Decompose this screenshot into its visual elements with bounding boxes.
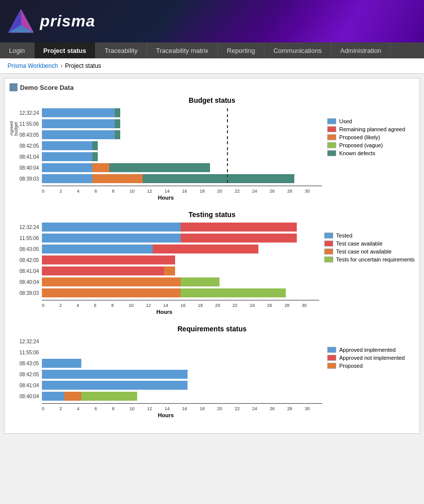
bar-row-label: 08:43:05 <box>9 361 42 366</box>
bar-segment <box>42 174 92 183</box>
logo-container: prisma <box>7 7 95 35</box>
logo-icon <box>7 7 35 35</box>
bar-row: 08:43:05 <box>9 359 322 368</box>
bar-row-label: 08:40:04 <box>9 394 42 399</box>
bar-track <box>42 234 319 243</box>
breadcrumb-root[interactable]: Prisma Workbench <box>7 62 58 69</box>
x-tick-label: 28 <box>287 189 305 194</box>
x-tick-label: 0 <box>42 303 59 308</box>
agreed-budget-line <box>227 163 228 172</box>
legend-label: Proposed (likely) <box>339 134 380 140</box>
bar-segment <box>42 381 188 390</box>
x-tick-label: 6 <box>94 406 112 411</box>
legend-color-box <box>327 355 336 361</box>
x-tick-label: 20 <box>215 303 232 308</box>
x-tick-label: 20 <box>217 189 234 194</box>
nav-login[interactable]: Login <box>0 42 34 58</box>
legend-label: Known defects <box>339 150 375 156</box>
testing-chart: Testing status 12:32:2411:55:0608:43:050… <box>9 211 415 315</box>
x-tick-label: 16 <box>182 189 200 194</box>
requirements-bar-rows: 12:32:2411:55:0608:43:0508:42:0508:41:04… <box>9 337 322 403</box>
bar-track <box>42 255 319 264</box>
x-tick-label: 18 <box>200 406 217 411</box>
bar-track <box>42 245 319 253</box>
x-tick-label: 26 <box>270 406 287 411</box>
bar-track <box>42 359 322 368</box>
x-tick-label: 26 <box>267 303 285 308</box>
nav-traceability-matrix[interactable]: Traceability matrix <box>147 42 218 58</box>
x-tick-label: 12 <box>147 189 165 194</box>
bar-row: 08:42:05 <box>9 370 322 379</box>
nav-traceability[interactable]: Traceability <box>96 42 147 58</box>
legend-item: Proposed <box>327 363 415 369</box>
bar-segment <box>42 163 92 172</box>
requirements-legend: Approved implementedApproved not impleme… <box>322 337 415 369</box>
legend-label: Test case not available <box>336 249 392 254</box>
bar-track <box>42 152 322 161</box>
bar-track <box>42 277 319 286</box>
bar-track <box>42 381 322 390</box>
bar-segment <box>92 141 98 150</box>
budget-chart-area: Agreed budget12:32:2411:55:0608:43:0508:… <box>9 108 415 201</box>
bar-row-label: 11:55:06 <box>9 350 42 355</box>
x-tick-label: 30 <box>302 303 319 308</box>
x-tick-label: 2 <box>59 303 77 308</box>
bar-segment <box>42 255 175 264</box>
legend-color-box <box>327 142 336 148</box>
budget-x-axis: 024681012141618202224262830 <box>42 189 322 194</box>
bar-row: 08:43:05 <box>9 130 322 139</box>
x-tick-label: 30 <box>305 406 322 411</box>
nav-project-status[interactable]: Project status <box>34 42 96 58</box>
requirements-chart-inner: 12:32:2411:55:0608:43:0508:42:0508:41:04… <box>9 337 322 418</box>
testing-chart-inner: 12:32:2411:55:0608:43:0508:42:0508:41:04… <box>9 223 319 315</box>
bar-track <box>42 223 319 232</box>
legend-color-box <box>324 233 333 239</box>
main-content: Demo Score Data Budget status Agreed bud… <box>4 78 420 434</box>
legend-item: Remaining planned agreed <box>327 126 415 132</box>
legend-color-box <box>327 126 336 132</box>
bar-track <box>42 348 322 357</box>
legend-item: Approved implemented <box>327 347 415 353</box>
nav-administration[interactable]: Administration <box>331 42 391 58</box>
nav-communications[interactable]: Communications <box>264 42 331 58</box>
bar-row: 11:55:06 <box>9 234 319 243</box>
bar-row-label: 08:41:04 <box>9 268 42 274</box>
x-tick-label: 26 <box>270 189 287 194</box>
nav-reporting[interactable]: Reporting <box>218 42 264 58</box>
x-tick-label: 14 <box>165 189 182 194</box>
x-tick-label: 10 <box>130 406 147 411</box>
x-tick-label: 4 <box>77 189 94 194</box>
budget-bar-rows: 12:32:2411:55:0608:43:0508:42:0508:41:04… <box>9 108 322 186</box>
bar-track <box>42 370 322 379</box>
bar-track <box>42 141 322 150</box>
x-tick-label: 6 <box>94 303 111 308</box>
bar-segment <box>42 266 164 275</box>
agreed-budget-line <box>227 152 228 161</box>
legend-item: Proposed (vague) <box>327 142 415 148</box>
x-tick-label: 24 <box>252 406 270 411</box>
section-icon <box>9 83 17 91</box>
x-tick-label: 16 <box>182 406 200 411</box>
x-tick-label: 8 <box>112 189 130 194</box>
testing-bar-rows: 12:32:2411:55:0608:43:0508:42:0508:41:04… <box>9 223 319 300</box>
bar-row: 12:32:24 <box>9 108 322 117</box>
bar-row-label: 12:32:24 <box>9 339 42 344</box>
x-tick-label: 14 <box>165 406 182 411</box>
requirements-x-axis: 024681012141618202224262830 <box>42 406 322 411</box>
legend-color-box <box>327 150 336 156</box>
x-tick-label: 20 <box>217 406 234 411</box>
bar-row: 08:40:04 <box>9 392 322 401</box>
section-title: Demo Score Data <box>9 83 415 91</box>
bar-segment <box>42 392 64 401</box>
x-tick-label: 30 <box>305 189 322 194</box>
bar-row-label: 08:42:05 <box>9 257 42 263</box>
legend-color-box <box>324 241 333 247</box>
bar-segment <box>181 223 297 232</box>
budget-chart-title: Budget status <box>9 96 415 104</box>
bar-row-label: 08:42:05 <box>9 143 42 149</box>
breadcrumb: Prisma Workbench › Project status <box>0 58 424 74</box>
bar-segment <box>181 288 286 297</box>
bar-row: 11:55:06 <box>9 348 322 357</box>
bar-segment <box>115 130 120 139</box>
bar-row-label: 11:55:06 <box>9 236 42 241</box>
